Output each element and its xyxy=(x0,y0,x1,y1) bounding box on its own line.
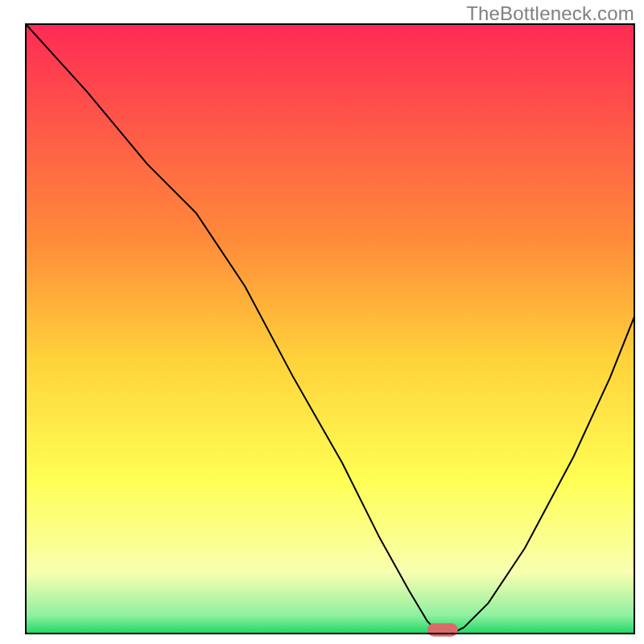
optimal-marker xyxy=(427,623,458,637)
chart-stage: TheBottleneck.com xyxy=(0,0,644,644)
chart-svg xyxy=(0,0,644,644)
chart-gradient-background xyxy=(26,24,634,634)
watermark-text: TheBottleneck.com xyxy=(466,2,634,25)
